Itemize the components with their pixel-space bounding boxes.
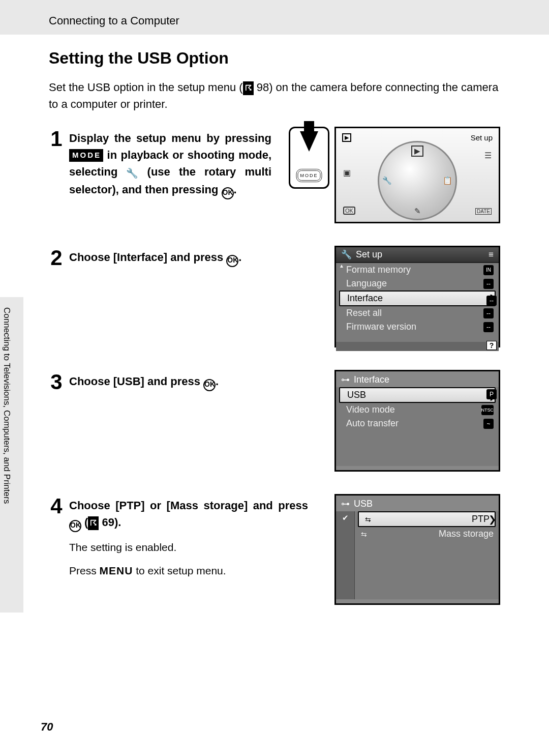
t: Press: [69, 565, 100, 576]
t: .: [234, 183, 237, 196]
check-column: ✔: [336, 511, 355, 599]
date-icon: DATE: [475, 208, 492, 215]
figure-rotary-selector: ▶ Set up ▶ 📋 🔧 ✎ ▣ ☰ DATE OK: [334, 127, 500, 223]
page-title: Setting the USB Option: [49, 49, 500, 68]
side-indicator: --: [483, 308, 494, 318]
menu-bars-icon: ≡: [489, 250, 494, 260]
figure-mode-button: MODE: [289, 127, 329, 189]
lcd-interface-menu: ⊶Interface USB P Video modeNTSC Auto tra…: [334, 370, 500, 472]
step-number: 4: [44, 494, 69, 518]
rotary-dial: ▶ 📋 🔧 ✎: [378, 141, 457, 220]
section-header: Connecting to a Computer: [0, 0, 549, 35]
menu-item: Format memory: [346, 265, 411, 275]
menu-button-icon: MENU: [100, 565, 133, 576]
interface-icon: ⊶: [341, 374, 350, 385]
page-number: 70: [41, 720, 53, 734]
step-2-text: Choose [Interface] and press OK.: [69, 249, 303, 267]
lcd-title: Set up: [356, 249, 382, 260]
reference-icon: ☈: [88, 516, 99, 530]
dial-right-icon: 📋: [443, 176, 452, 185]
side-tab: Connecting to Televisions, Computers, an…: [0, 297, 23, 613]
reference-icon: ☈: [243, 81, 254, 95]
intro-paragraph: Set the USB option in the setup menu (☈ …: [49, 79, 500, 112]
ok-button-icon: OK: [69, 520, 81, 532]
step-4-sub1: The setting is enabled.: [69, 539, 322, 556]
menu-item: Reset all: [346, 308, 382, 318]
help-icon: ?: [486, 341, 497, 350]
ptp-icon: ⇆: [365, 515, 371, 524]
side-tab-label: Connecting to Televisions, Computers, an…: [2, 307, 12, 504]
down-arrow-icon: [300, 131, 318, 152]
side-indicator: --: [486, 296, 497, 306]
menu-item: Mass storage: [439, 529, 494, 539]
t: Choose [PTP] or [Mass storage] and press: [69, 499, 308, 512]
rotary-setup-label: Set up: [471, 133, 493, 142]
step-4-text: Choose [PTP] or [Mass storage] and press…: [69, 497, 308, 532]
ok-small-icon: OK: [343, 207, 355, 215]
t: to exit setup menu.: [133, 565, 226, 576]
menu-item-selected: Interface: [347, 293, 383, 304]
wrench-icon: 🔧: [341, 249, 352, 260]
t: 69).: [99, 516, 121, 529]
setup-wrench-icon: 🔧: [126, 166, 138, 181]
ok-button-icon: OK: [203, 379, 216, 391]
t: .: [216, 375, 219, 388]
ok-button-icon: OK: [226, 255, 238, 267]
intro-page-ref: 98: [254, 81, 269, 94]
lcd-title: USB: [354, 499, 373, 509]
step-4-sub2: Press MENU to exit setup menu.: [69, 563, 322, 579]
step-2: 2 Choose [Interface] and press OK. 🔧Set …: [44, 246, 500, 347]
lcd-setup-menu: 🔧Set up≡ ▴Format memoryIN Language-- Int…: [334, 246, 500, 347]
lcd-usb-menu: ⊶USB ✔ ⇆PTP ⇆Mass storage: [334, 494, 500, 605]
step-1: 1 Display the setup menu by pressing MOD…: [44, 127, 500, 223]
menu-item: Firmware version: [346, 322, 416, 332]
step-3-text: Choose [USB] and press OK.: [69, 373, 303, 391]
playback-small-icon: ▣: [343, 168, 351, 178]
step-number: 1: [44, 127, 69, 151]
ok-button-icon: OK: [222, 187, 234, 199]
menu-item: Auto transfer: [346, 418, 399, 429]
steps-list: 1 Display the setup menu by pressing MOD…: [44, 127, 500, 605]
intro-text-a: Set the USB option in the setup menu (: [49, 81, 243, 94]
t: Display the setup menu by pressing: [69, 132, 271, 144]
menu-item-selected: PTP: [472, 514, 490, 525]
lcd-title: Interface: [354, 374, 389, 385]
step-3: 3 Choose [USB] and press OK. ⊶Interface …: [44, 370, 500, 472]
playback-icon: ▶: [342, 133, 351, 142]
mode-button-icon: MODE: [69, 149, 103, 162]
list-icon: ☰: [484, 151, 492, 160]
step-1-text: Display the setup menu by pressing MODE …: [69, 130, 271, 199]
step-number: 2: [44, 246, 69, 270]
menu-item-selected: USB: [347, 390, 366, 400]
menu-item: Language: [346, 278, 387, 289]
side-indicator: --: [483, 322, 494, 332]
side-indicator: P: [486, 389, 497, 399]
side-indicator: --: [483, 279, 494, 289]
page-content: Setting the USB Option Set the USB optio…: [0, 35, 549, 605]
dial-down-icon: ✎: [414, 207, 421, 216]
t: (: [81, 516, 88, 529]
t: Choose [Interface] and press: [69, 251, 226, 264]
interface-icon: ⊶: [341, 499, 350, 509]
t: Choose [USB] and press: [69, 375, 203, 388]
mass-storage-icon: ⇆: [361, 530, 367, 538]
side-indicator: NTSC: [481, 405, 494, 415]
step-number: 3: [44, 370, 69, 394]
side-indicator: ~: [483, 419, 494, 429]
dial-left-icon: 🔧: [382, 176, 392, 185]
mode-button-graphic: MODE: [296, 169, 322, 182]
side-indicator: IN: [483, 265, 494, 275]
dial-up-icon: ▶: [411, 146, 423, 157]
step-4: 4 Choose [PTP] or [Mass storage] and pre…: [44, 494, 500, 605]
menu-item: Video mode: [346, 404, 395, 415]
t: .: [238, 251, 241, 264]
